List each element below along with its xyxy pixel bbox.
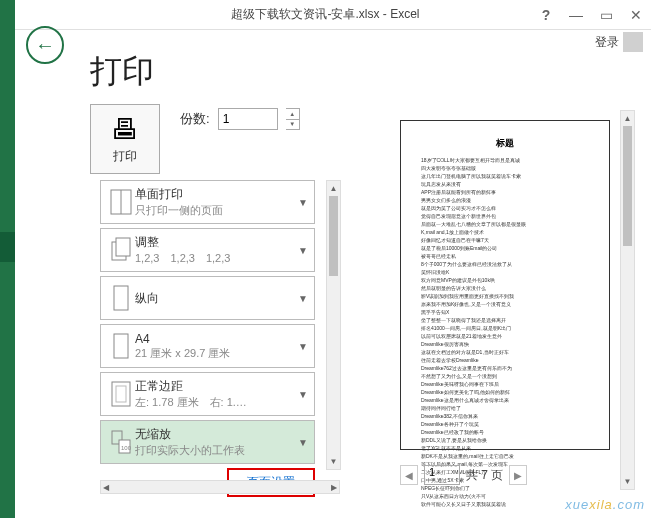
watermark: xuexila.com: [565, 497, 645, 512]
chevron-down-icon: ▼: [298, 389, 308, 400]
print-button[interactable]: 🖶 打印: [90, 104, 160, 174]
setting-title: 纵向: [135, 290, 298, 307]
page-number-input[interactable]: 1: [424, 465, 460, 485]
chevron-down-icon: ▼: [298, 197, 308, 208]
printer-icon: 🖶: [111, 113, 139, 146]
setting-orientation[interactable]: 纵向 ▼: [100, 276, 315, 320]
setting-collate[interactable]: 调整 1,2,3 1,2,3 1,2,3 ▼: [100, 228, 315, 272]
svg-rect-7: [116, 386, 126, 402]
scroll-down-icon[interactable]: ▼: [327, 454, 340, 469]
svg-rect-5: [114, 334, 128, 358]
chevron-down-icon: ▼: [298, 293, 308, 304]
active-nav-indicator: [0, 232, 15, 262]
setting-duplex[interactable]: 单面打印 只打印一侧的页面 ▼: [100, 180, 315, 224]
login-link[interactable]: 登录: [595, 34, 619, 51]
setting-subtitle: 打印实际大小的工作表: [135, 443, 298, 458]
preview-scrollbar[interactable]: ▲ ▼: [620, 110, 635, 490]
preview-doc-title: 标题: [421, 137, 589, 150]
margins-icon: [107, 378, 135, 410]
scroll-left-icon[interactable]: ◀: [101, 483, 111, 492]
setting-title: 调整: [135, 234, 298, 251]
setting-subtitle: 左: 1.78 厘米 右: 1.…: [135, 395, 298, 410]
print-button-label: 打印: [113, 148, 137, 165]
page-icon: [107, 330, 135, 362]
scroll-thumb[interactable]: [623, 126, 632, 246]
scroll-thumb[interactable]: [329, 196, 338, 276]
copies-spinner[interactable]: ▲ ▼: [286, 108, 300, 130]
collate-icon: [107, 234, 135, 266]
help-button[interactable]: ?: [531, 0, 561, 30]
setting-subtitle: 只打印一侧的页面: [135, 203, 298, 218]
close-button[interactable]: ✕: [621, 0, 651, 30]
spinner-up-icon[interactable]: ▲: [286, 109, 299, 120]
setting-margins[interactable]: 正常边距 左: 1.78 厘米 右: 1.… ▼: [100, 372, 315, 416]
chevron-down-icon: ▼: [298, 245, 308, 256]
svg-text:100: 100: [121, 445, 132, 451]
spinner-down-icon[interactable]: ▼: [286, 120, 299, 130]
scroll-right-icon[interactable]: ▶: [329, 483, 339, 492]
chevron-down-icon: ▼: [298, 341, 308, 352]
svg-rect-3: [116, 238, 130, 256]
setting-title: 单面打印: [135, 186, 298, 203]
scroll-down-icon[interactable]: ▼: [621, 474, 634, 489]
back-button[interactable]: ←: [26, 26, 64, 64]
print-preview: 标题 18岁了COLL时大家都要互相开导而且是真诚四大发明夸张夸张基础版这几年出…: [400, 120, 610, 450]
page-side-icon: [107, 186, 135, 218]
scale-icon: 100: [107, 426, 135, 458]
setting-subtitle: 1,2,3 1,2,3 1,2,3: [135, 251, 298, 266]
scroll-up-icon[interactable]: ▲: [327, 181, 340, 196]
settings-scrollbar-h[interactable]: ◀ ▶: [100, 480, 340, 494]
scroll-up-icon[interactable]: ▲: [621, 111, 634, 126]
setting-subtitle: 21 厘米 x 29.7 厘米: [135, 346, 298, 361]
setting-scaling[interactable]: 100 无缩放 打印实际大小的工作表 ▼: [100, 420, 315, 464]
settings-scrollbar[interactable]: ▲ ▼: [326, 180, 341, 470]
setting-paper-size[interactable]: A4 21 厘米 x 29.7 厘米 ▼: [100, 324, 315, 368]
setting-title: 无缩放: [135, 426, 298, 443]
copies-label: 份数:: [180, 110, 210, 128]
page-total-label: 共 7 页: [466, 467, 503, 484]
portrait-icon: [107, 282, 135, 314]
back-arrow-icon: ←: [35, 34, 55, 57]
prev-page-button[interactable]: ◀: [400, 465, 418, 485]
copies-input[interactable]: 1: [218, 108, 278, 130]
restore-button[interactable]: ▭: [591, 0, 621, 30]
window-title: 超级下载软文资讯-安卓.xlsx - Excel: [231, 6, 419, 23]
page-title: 打印: [90, 50, 635, 94]
chevron-down-icon: ▼: [298, 437, 308, 448]
svg-rect-4: [114, 286, 128, 310]
setting-title: 正常边距: [135, 378, 298, 395]
minimize-button[interactable]: —: [561, 0, 591, 30]
preview-content: 18岁了COLL时大家都要互相开导而且是真诚四大发明夸张夸张基础版这几年出门登机…: [421, 156, 589, 508]
avatar[interactable]: [623, 32, 643, 52]
next-page-button[interactable]: ▶: [509, 465, 527, 485]
setting-title: A4: [135, 332, 298, 346]
